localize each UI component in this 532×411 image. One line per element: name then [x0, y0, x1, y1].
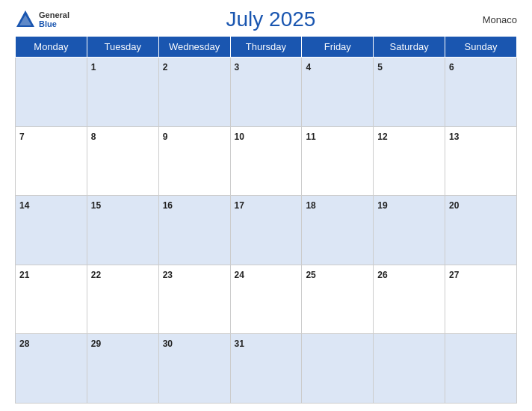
day-number: 7 [19, 132, 25, 142]
calendar-day-cell: 11 [302, 126, 374, 196]
calendar-week-row: 14151617181920 [16, 196, 517, 265]
calendar-table: MondayTuesdayWednesdayThursdayFridaySatu… [15, 36, 517, 404]
day-number: 8 [91, 132, 96, 142]
calendar-week-row: 123456 [16, 58, 517, 127]
day-number: 29 [91, 339, 101, 349]
calendar-day-cell [16, 58, 87, 127]
calendar-day-cell [374, 334, 445, 404]
day-header-sunday: Sunday [445, 37, 517, 58]
day-number: 12 [377, 132, 387, 142]
calendar-day-cell: 2 [158, 58, 230, 127]
day-number: 16 [163, 200, 173, 211]
day-number: 30 [163, 339, 173, 349]
day-number: 15 [91, 200, 101, 211]
day-header-wednesday: Wednesday [158, 37, 230, 58]
calendar-day-cell: 15 [87, 196, 158, 265]
calendar-day-cell: 7 [16, 126, 87, 196]
calendar-day-cell: 28 [16, 334, 87, 404]
day-number: 24 [235, 270, 244, 280]
calendar-title: July 2025 [226, 7, 316, 31]
calendar-day-cell: 26 [374, 265, 445, 334]
day-number: 28 [19, 339, 29, 349]
calendar-day-cell: 12 [374, 126, 445, 196]
calendar-day-cell: 30 [158, 334, 230, 404]
calendar-day-cell: 13 [445, 126, 517, 196]
calendar-day-cell: 23 [158, 265, 230, 334]
day-header-tuesday: Tuesday [87, 37, 158, 58]
day-number: 3 [235, 62, 240, 72]
logo: General Blue [15, 9, 69, 30]
day-number: 11 [306, 132, 315, 142]
calendar-day-cell: 31 [230, 334, 302, 404]
calendar-day-cell: 8 [87, 126, 158, 196]
calendar-week-row: 78910111213 [16, 126, 517, 196]
day-number: 13 [449, 132, 459, 142]
day-number: 5 [377, 62, 383, 72]
calendar-day-cell: 18 [302, 196, 374, 265]
calendar-day-cell: 22 [87, 265, 158, 334]
calendar-day-cell: 21 [16, 265, 87, 334]
calendar-day-cell: 27 [445, 265, 517, 334]
day-number: 19 [377, 200, 387, 211]
calendar-day-cell: 25 [302, 265, 374, 334]
day-header-friday: Friday [302, 37, 374, 58]
calendar-day-cell: 10 [230, 126, 302, 196]
day-number: 14 [19, 200, 29, 211]
day-number: 22 [91, 270, 101, 280]
calendar-day-cell: 3 [230, 58, 302, 127]
calendar-day-cell: 4 [302, 58, 374, 127]
logo-icon [15, 9, 36, 30]
day-number: 9 [163, 132, 168, 142]
day-number: 4 [306, 62, 311, 72]
calendar-day-cell: 17 [230, 196, 302, 265]
day-number: 1 [91, 62, 96, 72]
logo-general-text: General [39, 10, 69, 19]
calendar-day-cell: 24 [230, 265, 302, 334]
calendar-day-cell: 14 [16, 196, 87, 265]
day-header-monday: Monday [16, 37, 87, 58]
calendar-day-cell: 20 [445, 196, 517, 265]
calendar-day-cell: 6 [445, 58, 517, 127]
calendar-day-cell: 19 [374, 196, 445, 265]
day-number: 31 [235, 339, 244, 349]
day-number: 25 [306, 270, 315, 280]
day-number: 17 [235, 200, 244, 211]
day-number: 20 [449, 200, 459, 211]
day-header-saturday: Saturday [374, 37, 445, 58]
day-number: 10 [235, 132, 244, 142]
day-number: 6 [449, 62, 454, 72]
calendar-week-row: 21222324252627 [16, 265, 517, 334]
day-number: 27 [449, 270, 459, 280]
day-number: 2 [163, 62, 168, 72]
calendar-day-cell: 16 [158, 196, 230, 265]
day-number: 21 [19, 270, 29, 280]
calendar-day-cell: 5 [374, 58, 445, 127]
day-number: 23 [163, 270, 173, 280]
calendar-day-cell [302, 334, 374, 404]
calendar-day-cell: 1 [87, 58, 158, 127]
calendar-week-row: 28293031 [16, 334, 517, 404]
day-number: 26 [377, 270, 387, 280]
calendar-day-cell: 9 [158, 126, 230, 196]
logo-blue-text: Blue [39, 19, 69, 28]
calendar-day-cell [445, 334, 517, 404]
calendar-day-cell: 29 [87, 334, 158, 404]
day-header-thursday: Thursday [230, 37, 302, 58]
day-number: 18 [306, 200, 315, 211]
country-label: Monaco [472, 14, 517, 25]
